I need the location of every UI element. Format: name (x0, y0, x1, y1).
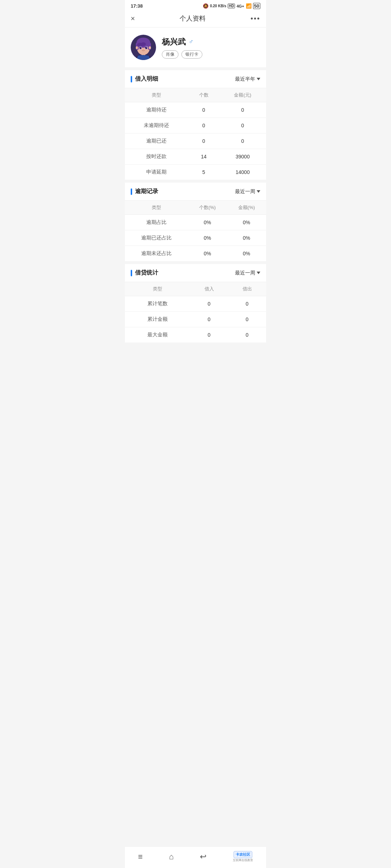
overdue-records-title: 逾期记录 (131, 188, 158, 195)
title-bar-accent-3 (131, 270, 132, 276)
svg-point-14 (140, 47, 141, 48)
loan-stats-table: 类型 借入 借出 累计笔数 0 0 累计金额 0 0 最大金额 0 0 (125, 282, 266, 342)
table-row: 逾期已还 0 0 (125, 133, 266, 149)
cell-amount: 0 (219, 133, 266, 149)
cell-type: 逾期已还 (125, 133, 188, 149)
overdue-records-header: 逾期记录 最近一周 (125, 183, 266, 201)
cell-count: 5 (188, 165, 219, 180)
more-button[interactable]: ••• (251, 14, 260, 23)
cell-type: 逾期未还占比 (125, 246, 188, 261)
cell-type: 逾期待还 (125, 102, 188, 118)
col-type-header: 类型 (125, 88, 188, 102)
cell-count: 0 (188, 102, 219, 118)
svg-point-17 (136, 46, 138, 49)
borrow-details-section: 借入明细 最近半年 类型 个数 金额(元) 逾期待还 0 0 未逾期待还 0 (125, 70, 266, 180)
cell-type: 最大金额 (125, 327, 190, 343)
profile-info: 杨兴武 ♂ 肖像 银行卡 (162, 37, 202, 59)
svg-point-16 (143, 49, 144, 50)
col-type-header-3: 类型 (125, 282, 190, 296)
loan-table-body: 累计笔数 0 0 累计金额 0 0 最大金额 0 0 (125, 296, 266, 343)
tag-portrait[interactable]: 肖像 (162, 50, 178, 59)
table-row: 逾期已还占比 0% 0% (125, 230, 266, 246)
svg-point-9 (141, 42, 146, 46)
overdue-records-table: 类型 个数(%) 金额(%) 逾期占比 0% 0% 逾期已还占比 0% 0% 逾… (125, 201, 266, 261)
cell-type: 申请延期 (125, 165, 188, 180)
cell-borrow: 0 (190, 327, 228, 343)
cell-lend: 0 (228, 327, 266, 343)
col-borrow-header: 借入 (190, 282, 228, 296)
mute-icon: 🔕 (203, 3, 209, 9)
svg-point-18 (149, 46, 151, 49)
col-count-header: 个数 (188, 88, 219, 102)
overdue-table-body: 逾期占比 0% 0% 逾期已还占比 0% 0% 逾期未还占比 0% 0% (125, 215, 266, 261)
cell-borrow: 0 (190, 296, 228, 312)
signal-type: 4G+ (236, 4, 244, 8)
cell-count: 0% (188, 230, 227, 246)
loan-stats-section: 借贷统计 最近一周 类型 借入 借出 累计笔数 0 0 累计金额 0 (125, 264, 266, 342)
cell-type: 未逾期待还 (125, 118, 188, 133)
borrow-table-header-row: 类型 个数 金额(元) (125, 88, 266, 102)
title-bar-accent-2 (131, 188, 132, 195)
profile-tags: 肖像 银行卡 (162, 50, 202, 59)
close-button[interactable]: × (131, 14, 135, 23)
chevron-down-icon-2 (257, 190, 260, 193)
cell-amount: 0% (227, 246, 266, 261)
col-amount-pct-header: 金额(%) (227, 201, 266, 215)
cell-amount: 0% (227, 215, 266, 230)
overdue-records-section: 逾期记录 最近一周 类型 个数(%) 金额(%) 逾期占比 0% 0% 逾期已还… (125, 183, 266, 261)
cell-amount: 0 (219, 118, 266, 133)
col-count-pct-header: 个数(%) (188, 201, 227, 215)
cell-type: 逾期占比 (125, 215, 188, 230)
table-row: 未逾期待还 0 0 (125, 118, 266, 133)
profile-name: 杨兴武 (162, 37, 186, 47)
cell-type: 按时还款 (125, 149, 188, 165)
svg-point-15 (146, 47, 147, 48)
status-right: 🔕 0.20 KB/s HD 4G+ 📶 50 (203, 3, 260, 9)
loan-table-header-row: 类型 借入 借出 (125, 282, 266, 296)
cell-count: 0 (188, 118, 219, 133)
status-time: 17:38 (131, 3, 143, 9)
table-row: 逾期占比 0% 0% (125, 215, 266, 230)
chevron-down-icon (257, 78, 260, 80)
gender-icon: ♂ (189, 38, 194, 46)
avatar[interactable] (131, 35, 156, 60)
cell-count: 0% (188, 215, 227, 230)
cell-lend: 0 (228, 312, 266, 327)
status-bar: 17:38 🔕 0.20 KB/s HD 4G+ 📶 50 (125, 0, 266, 10)
table-row: 累计笔数 0 0 (125, 296, 266, 312)
borrow-details-filter[interactable]: 最近半年 (235, 76, 260, 82)
tag-bankcard[interactable]: 银行卡 (181, 50, 202, 59)
col-lend-header: 借出 (228, 282, 266, 296)
network-speed: 0.20 KB/s (210, 4, 226, 8)
col-amount-header: 金额(元) (219, 88, 266, 102)
table-row: 按时还款 14 39000 (125, 149, 266, 165)
chevron-down-icon-3 (257, 272, 260, 274)
loan-stats-filter[interactable]: 最近一周 (235, 270, 260, 276)
cell-amount: 14000 (219, 165, 266, 180)
table-row: 累计金额 0 0 (125, 312, 266, 327)
cell-amount: 0% (227, 230, 266, 246)
borrow-table-body: 逾期待还 0 0 未逾期待还 0 0 逾期已还 0 0 按时还款 14 3900… (125, 102, 266, 180)
borrow-details-header: 借入明细 最近半年 (125, 70, 266, 88)
loan-stats-header: 借贷统计 最近一周 (125, 264, 266, 282)
nav-bar: × 个人资料 ••• (125, 10, 266, 27)
borrow-details-title: 借入明细 (131, 75, 158, 83)
main-content: 杨兴武 ♂ 肖像 银行卡 借入明细 最近半年 类型 个 (125, 27, 266, 371)
profile-name-row: 杨兴武 ♂ (162, 37, 202, 47)
table-row: 逾期待还 0 0 (125, 102, 266, 118)
borrow-details-table: 类型 个数 金额(元) 逾期待还 0 0 未逾期待还 0 0 逾期已还 0 0 … (125, 88, 266, 180)
overdue-records-filter[interactable]: 最近一周 (235, 188, 260, 195)
profile-section: 杨兴武 ♂ 肖像 银行卡 (125, 27, 266, 67)
table-row: 逾期未还占比 0% 0% (125, 246, 266, 261)
cell-amount: 39000 (219, 149, 266, 165)
cell-count: 14 (188, 149, 219, 165)
page-title: 个人资料 (180, 14, 206, 23)
table-row: 申请延期 5 14000 (125, 165, 266, 180)
hd-badge: HD (228, 4, 235, 8)
title-bar-accent (131, 76, 132, 82)
overdue-table-header-row: 类型 个数(%) 金额(%) (125, 201, 266, 215)
cell-type: 累计金额 (125, 312, 190, 327)
cell-lend: 0 (228, 296, 266, 312)
cell-borrow: 0 (190, 312, 228, 327)
battery-icon: 50 (253, 3, 260, 9)
